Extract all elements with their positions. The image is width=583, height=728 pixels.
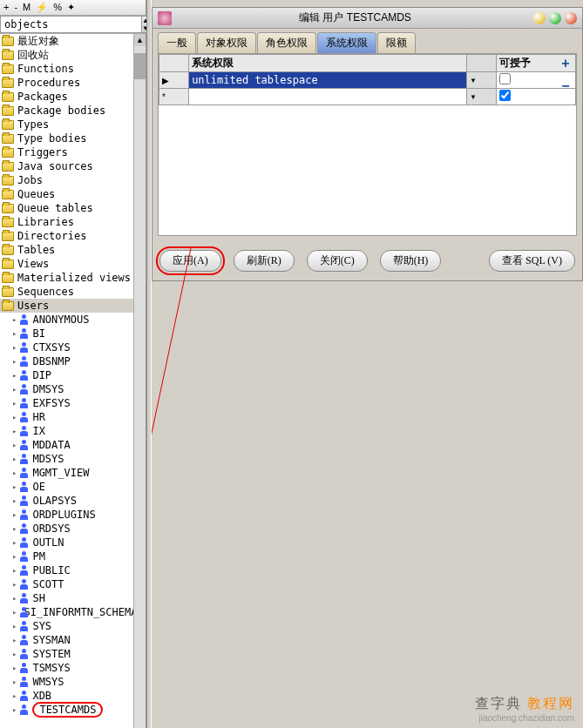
tree-user-dbsnmp[interactable]: ▸DBSNMP <box>0 354 133 368</box>
tree-folder-java-sources[interactable]: Java sources <box>0 159 133 173</box>
expand-icon[interactable]: ▸ <box>12 594 17 603</box>
expand-icon[interactable]: ▸ <box>12 524 17 533</box>
table-row[interactable]: ▶unlimited tablespace▼ <box>159 72 576 89</box>
tree-user-anonymous[interactable]: ▸ANONYMOUS <box>0 313 133 327</box>
tree-user-mgmt_view[interactable]: ▸MGMT_VIEW <box>0 466 133 480</box>
maximize-button[interactable] <box>549 12 561 24</box>
tree-user-scott[interactable]: ▸SCOTT <box>0 577 133 591</box>
tree-user-mddata[interactable]: ▸MDDATA <box>0 438 133 452</box>
tree-user-xdb[interactable]: ▸XDB <box>0 689 133 703</box>
expand-icon[interactable]: ▸ <box>12 315 17 324</box>
view-sql-button[interactable]: 查看 SQL (V) <box>489 250 575 272</box>
expand-icon[interactable]: ▸ <box>12 385 17 394</box>
expand-icon[interactable]: ▸ <box>12 677 17 686</box>
tree-user-pm[interactable]: ▸PM <box>0 549 133 563</box>
expand-icon[interactable]: ▸ <box>12 357 17 366</box>
tree-folder-package-bodies[interactable]: Package bodies <box>0 104 133 118</box>
expand-icon[interactable]: ▸ <box>12 413 17 421</box>
tree-folder-directories[interactable]: Directories <box>0 229 133 243</box>
tree-user-outln[interactable]: ▸OUTLN <box>0 536 133 549</box>
expand-icon[interactable]: ▸ <box>12 705 17 714</box>
tree-user-oe[interactable]: ▸OE <box>0 480 133 494</box>
tree-scrollbar[interactable]: ▲ <box>133 34 146 728</box>
tree-user-ix[interactable]: ▸IX <box>0 424 133 438</box>
minimize-button[interactable] <box>533 12 546 24</box>
tree-folder-回收站[interactable]: 回收站 <box>0 48 133 62</box>
tree-user-olapsys[interactable]: ▸OLAPSYS <box>0 494 133 508</box>
tree-user-exfsys[interactable]: ▸EXFSYS <box>0 396 133 410</box>
tab-限额[interactable]: 限额 <box>377 32 416 53</box>
tree-user-sh[interactable]: ▸SH <box>0 591 133 605</box>
tree-user-bi[interactable]: ▸BI <box>0 327 133 340</box>
expand-icon[interactable]: ▸ <box>12 622 17 630</box>
expand-icon[interactable]: ▸ <box>12 441 17 449</box>
expand-icon[interactable]: ▸ <box>12 427 17 435</box>
toolbar-minus-icon[interactable]: - <box>14 2 17 13</box>
tree-user-ordplugins[interactable]: ▸ORDPLUGINS <box>0 508 133 522</box>
tree-folder-functions[interactable]: Functions <box>0 62 133 76</box>
tab-对象权限[interactable]: 对象权限 <box>197 32 256 53</box>
tree-user-mdsys[interactable]: ▸MDSYS <box>0 452 133 466</box>
close-dialog-button[interactable]: 关闭(C) <box>307 250 368 272</box>
expand-icon[interactable]: ▸ <box>12 329 17 338</box>
tree-folder-packages[interactable]: Packages <box>0 90 133 104</box>
tree-user-hr[interactable]: ▸HR <box>0 410 133 424</box>
tree-folder-queue-tables[interactable]: Queue tables <box>0 201 133 215</box>
expand-icon[interactable]: ▸ <box>12 552 17 561</box>
tree-user-testcamds[interactable]: ▸TESTCAMDS <box>0 703 133 717</box>
tree-folder-views[interactable]: Views <box>0 257 133 271</box>
objects-input[interactable] <box>0 16 142 33</box>
expand-icon[interactable]: ▸ <box>12 650 17 658</box>
expand-icon[interactable]: ▸ <box>12 468 17 477</box>
tree-folder-materialized-views[interactable]: Materialized views <box>0 271 133 285</box>
tree-user-system[interactable]: ▸SYSTEM <box>0 647 133 661</box>
toolbar-plus-icon[interactable]: + <box>3 2 9 13</box>
tree-folder-users[interactable]: Users <box>0 299 133 313</box>
privilege-cell[interactable] <box>189 89 467 105</box>
tree-user-si_informtn_schema[interactable]: ▸SI_INFORMTN_SCHEMA <box>0 605 133 619</box>
tree-folder-types[interactable]: Types <box>0 118 133 131</box>
help-button[interactable]: 帮助(H) <box>380 250 442 272</box>
expand-icon[interactable]: ▸ <box>12 664 17 672</box>
expand-icon[interactable]: ▸ <box>12 371 17 380</box>
tree-user-sysman[interactable]: ▸SYSMAN <box>0 633 133 647</box>
tree-user-wmsys[interactable]: ▸WMSYS <box>0 675 133 689</box>
tree-folder-jobs[interactable]: Jobs <box>0 173 133 187</box>
toolbar-m-icon[interactable]: M <box>23 2 31 13</box>
expand-icon[interactable]: ▸ <box>12 566 17 575</box>
grantable-checkbox[interactable] <box>499 73 511 84</box>
tree-user-dip[interactable]: ▸DIP <box>0 368 133 382</box>
expand-icon[interactable]: ▸ <box>12 691 17 700</box>
tab-一般[interactable]: 一般 <box>158 32 196 53</box>
expand-icon[interactable]: ▸ <box>12 496 17 505</box>
add-privilege-button[interactable]: + <box>559 57 573 71</box>
tree-folder-libraries[interactable]: Libraries <box>0 215 133 229</box>
tab-角色权限[interactable]: 角色权限 <box>257 32 316 53</box>
dropdown-toggle-icon[interactable]: ▼ <box>466 89 496 105</box>
tree-user-sys[interactable]: ▸SYS <box>0 619 133 633</box>
expand-icon[interactable]: ▸ <box>12 482 17 491</box>
col-privilege[interactable]: 系统权限 <box>189 55 467 72</box>
expand-icon[interactable]: ▸ <box>12 538 17 547</box>
tree-user-ordsys[interactable]: ▸ORDSYS <box>0 522 133 536</box>
toolbar-percent-icon[interactable]: % <box>53 2 62 13</box>
table-row[interactable]: *▼ <box>159 89 576 105</box>
expand-icon[interactable]: ▸ <box>12 455 17 463</box>
tab-系统权限[interactable]: 系统权限 <box>317 32 376 53</box>
close-button[interactable] <box>565 12 577 24</box>
tree-folder-procedures[interactable]: Procedures <box>0 76 133 90</box>
tree-user-ctxsys[interactable]: ▸CTXSYS <box>0 340 133 354</box>
toolbar-bolt-icon[interactable]: ⚡ <box>36 2 48 13</box>
expand-icon[interactable]: ▸ <box>12 510 17 519</box>
expand-icon[interactable]: ▸ <box>12 343 17 352</box>
expand-icon[interactable]: ▸ <box>12 636 17 644</box>
refresh-button[interactable]: 刷新(R) <box>234 250 295 272</box>
tree-folder-type-bodies[interactable]: Type bodies <box>0 131 133 145</box>
expand-icon[interactable]: ▸ <box>12 608 17 617</box>
tree-user-public[interactable]: ▸PUBLIC <box>0 563 133 577</box>
tree-folder-tables[interactable]: Tables <box>0 243 133 257</box>
tree-folder-sequences[interactable]: Sequences <box>0 285 133 299</box>
tree-folder-最近对象[interactable]: 最近对象 <box>0 34 133 48</box>
tree-folder-triggers[interactable]: Triggers <box>0 145 133 159</box>
apply-button[interactable]: 应用(A) <box>159 250 221 272</box>
